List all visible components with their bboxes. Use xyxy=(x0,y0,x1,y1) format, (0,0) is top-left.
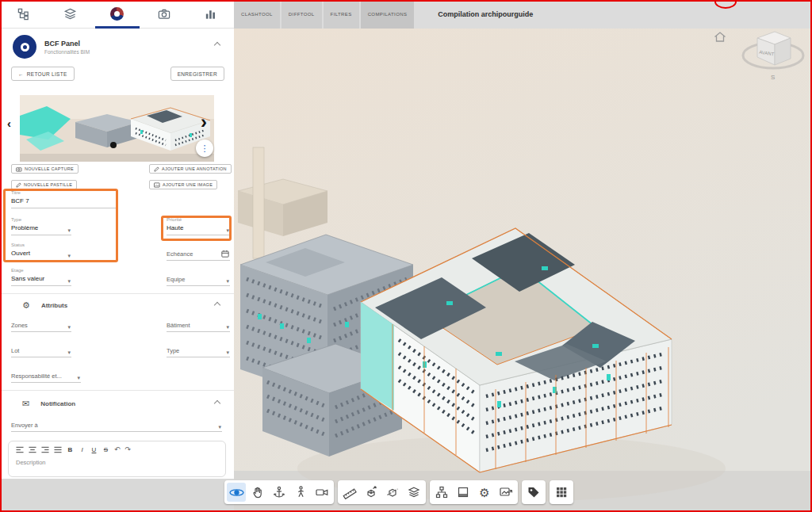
align-right-icon[interactable] xyxy=(41,446,49,453)
bold-button[interactable]: B xyxy=(67,447,74,453)
anchor-button[interactable] xyxy=(270,483,289,502)
snapshot-button[interactable] xyxy=(496,483,515,502)
align-left-icon[interactable] xyxy=(16,446,24,453)
attributs-section-header[interactable]: ⚙ Attributs xyxy=(0,296,234,314)
camera-tool-button[interactable] xyxy=(147,0,182,29)
carousel-menu-button[interactable]: ⋮ xyxy=(196,139,213,157)
tag-button[interactable] xyxy=(524,483,543,502)
viewport-toolbar: ⚙ xyxy=(224,480,573,504)
save-button[interactable]: ENREGISTRER xyxy=(170,67,224,81)
capture-thumbnail[interactable] xyxy=(20,95,214,162)
snapshot-icon xyxy=(499,485,513,499)
orbit-button[interactable] xyxy=(227,483,246,502)
tab-filtres[interactable]: FILTRES xyxy=(324,0,359,29)
nav-cube-icon: AVANT S xyxy=(740,16,808,89)
align-justify-icon[interactable] xyxy=(54,446,62,453)
carousel-next-icon[interactable]: › xyxy=(201,113,207,132)
collapse-section-chevron-icon[interactable] xyxy=(214,302,220,308)
bcf-icon xyxy=(110,7,124,21)
data-tools-group: ⚙ xyxy=(430,480,518,504)
titre-field[interactable]: Titre BCF 7 xyxy=(11,190,117,208)
batiment-field[interactable]: Bâtiment ▾ xyxy=(167,319,230,332)
camera-view-button[interactable] xyxy=(312,483,331,502)
underline-button[interactable]: U xyxy=(90,447,98,453)
section-icon xyxy=(385,485,400,499)
new-capture-button[interactable]: NOUVELLE CAPTURE xyxy=(11,164,79,174)
camera-view-icon xyxy=(315,485,329,499)
back-arrow-icon: ← xyxy=(18,71,24,77)
collapse-panel-chevron-icon[interactable] xyxy=(214,42,220,48)
attr-type-field[interactable]: Type ▾ xyxy=(167,344,230,357)
field-value: BCF 7 xyxy=(11,197,117,204)
hierarchy-icon xyxy=(435,485,449,499)
bcf-panel: BCF Panel Fonctionnalités BIM ← RETOUR L… xyxy=(0,29,234,479)
explode-button[interactable] xyxy=(362,483,381,502)
type-field[interactable]: Type Problème ▾ xyxy=(11,217,71,235)
redo-icon[interactable]: ↷ xyxy=(125,446,132,453)
tree-tool-button[interactable] xyxy=(6,0,41,29)
strikethrough-button[interactable]: S xyxy=(102,447,109,453)
section-button[interactable] xyxy=(383,483,402,502)
new-badge-button[interactable]: NOUVELLE PASTILLE xyxy=(11,180,77,189)
layers-tool-button[interactable] xyxy=(53,0,88,29)
navigation-cube[interactable]: AVANT S xyxy=(740,16,808,89)
chevron-down-icon: ▾ xyxy=(226,227,229,233)
etage-field[interactable]: Etage Sans valeur ▾ xyxy=(11,268,71,286)
italic-button[interactable]: I xyxy=(79,447,86,453)
notification-section-header[interactable]: ✉ Notification xyxy=(0,395,234,412)
pencil-icon xyxy=(154,166,159,172)
zones-field[interactable]: Zones ▾ xyxy=(11,319,71,332)
hierarchy-button[interactable] xyxy=(432,483,451,502)
grid-button[interactable] xyxy=(552,483,571,502)
camera-icon xyxy=(157,7,171,21)
bcf-tool-button[interactable] xyxy=(100,0,135,29)
align-center-icon[interactable] xyxy=(29,446,36,453)
navigation-tools-group xyxy=(224,480,334,504)
carousel-prev-icon[interactable]: ‹ xyxy=(7,117,11,129)
pencil-icon xyxy=(16,182,21,188)
collapse-section-chevron-icon[interactable] xyxy=(214,400,220,407)
stats-tool-button[interactable] xyxy=(193,0,228,29)
chevron-down-icon: ▾ xyxy=(218,424,221,430)
settings-button[interactable]: ⚙ xyxy=(475,483,494,502)
tab-difftool[interactable]: DIFFTOOL xyxy=(282,0,322,29)
echeance-field[interactable]: Echéance xyxy=(167,247,230,261)
back-to-list-button[interactable]: ← RETOUR LISTE xyxy=(11,67,75,81)
model-viewport[interactable] xyxy=(234,29,812,512)
layers-icon xyxy=(63,7,77,21)
image-icon xyxy=(154,182,160,188)
orbit-icon xyxy=(229,485,244,500)
description-placeholder[interactable]: Description xyxy=(9,455,225,466)
chevron-down-icon: ▾ xyxy=(77,375,80,380)
home-icon xyxy=(714,32,726,43)
model-tools-group xyxy=(338,480,426,504)
description-editor[interactable]: B I U S ↶ ↷ Description xyxy=(8,441,226,477)
pan-button[interactable] xyxy=(248,483,267,502)
responsabilite-field[interactable]: Responsabilité et... ▾ xyxy=(11,369,81,383)
layers-button[interactable] xyxy=(404,483,423,502)
add-image-button[interactable]: AJOUTER UNE IMAGE xyxy=(149,180,217,189)
measure-button[interactable] xyxy=(340,483,359,502)
envoyer-a-field[interactable]: Envoyer à ▾ xyxy=(11,418,222,432)
tab-compilations[interactable]: COMPILATIONS xyxy=(361,0,415,29)
status-field[interactable]: Status Ouvert ▾ xyxy=(11,243,71,261)
chevron-down-icon: ▾ xyxy=(67,253,71,258)
priorite-field[interactable]: Priorité Haute ▾ xyxy=(167,217,230,235)
chevron-down-icon: ▾ xyxy=(226,324,229,330)
calendar-icon xyxy=(221,250,229,258)
explode-icon xyxy=(364,485,378,499)
lot-field[interactable]: Lot ▾ xyxy=(11,344,71,357)
walk-button[interactable] xyxy=(291,483,310,502)
add-annotation-button[interactable]: AJOUTER UNE ANNOTATION xyxy=(149,164,232,174)
home-view-button[interactable] xyxy=(714,32,726,46)
undo-icon[interactable]: ↶ xyxy=(114,446,121,453)
bcf-panel-header: BCF Panel Fonctionnalités BIM xyxy=(13,35,90,59)
chevron-down-icon: ▾ xyxy=(67,324,71,330)
chevron-down-icon: ▾ xyxy=(67,350,71,355)
tab-clashtool[interactable]: CLASHTOOL xyxy=(234,0,280,29)
storeys-icon xyxy=(456,485,470,499)
storeys-button[interactable] xyxy=(454,483,473,502)
divider xyxy=(0,293,234,294)
building-model-canvas xyxy=(234,29,812,512)
equipe-field[interactable]: Equipe ▾ xyxy=(167,273,230,286)
